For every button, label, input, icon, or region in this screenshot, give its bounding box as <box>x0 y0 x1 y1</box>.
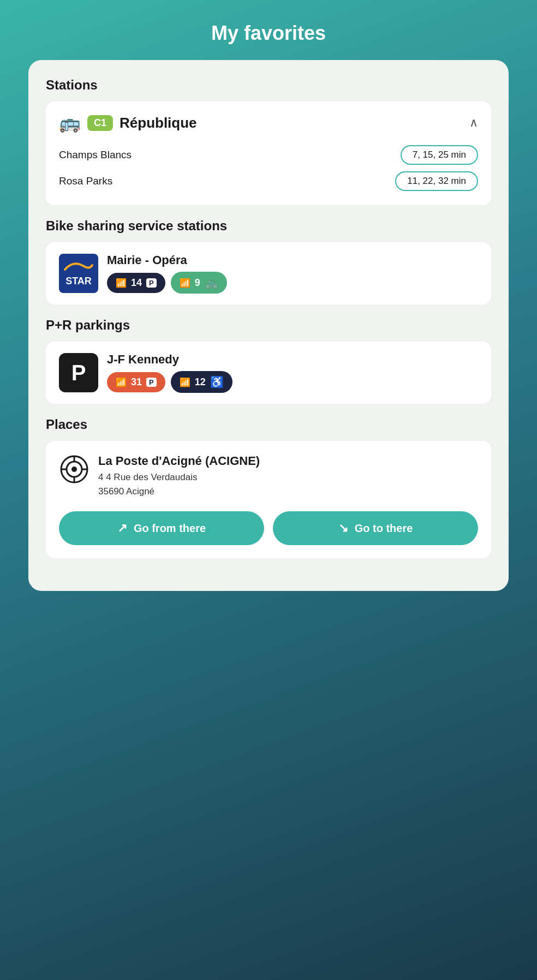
arrow-down-right-icon: ↘ <box>338 521 348 535</box>
wheelchair-icon: ♿ <box>210 375 224 389</box>
go-from-label: Go from there <box>134 522 206 535</box>
bike-info: Mairie - Opéra 📶 14 P 📶 9 🚲 <box>107 253 227 294</box>
parking-availability: 📶 31 P 📶 12 ♿ <box>107 371 232 393</box>
signal-parking-icon: 📶 <box>116 278 127 288</box>
place-card: La Poste d'Acigné (ACIGNE) 4 4 Rue des V… <box>46 441 491 558</box>
station-card: 🚌 C1 République ∧ Champs Blancs 7, 15, 2… <box>46 101 491 205</box>
parking-row: P J-F Kennedy 📶 31 P 📶 12 ♿ <box>59 352 478 393</box>
parking-count: 14 <box>131 277 142 289</box>
parking-p-small: P <box>146 378 157 387</box>
signal-disabled-icon: 📶 <box>180 377 190 387</box>
parking-p-icon: P <box>146 278 157 288</box>
station-header: 🚌 C1 République ∧ <box>59 112 478 133</box>
departure-destination-2: Rosa Parks <box>59 175 112 187</box>
go-to-button[interactable]: ↘ Go to there <box>273 511 478 545</box>
bike-header: STAR Mairie - Opéra 📶 14 P 📶 9 <box>59 253 478 294</box>
places-section: Places La Poste d'Acigné (ACIGNE) <box>46 417 491 558</box>
signal-available-icon: 📶 <box>116 377 127 387</box>
parking-icon-box: P <box>59 353 98 392</box>
place-header: La Poste d'Acigné (ACIGNE) 4 4 Rue des V… <box>59 454 478 498</box>
bike-title: Bike sharing service stations <box>46 218 491 234</box>
available-spaces-badge: 📶 31 P <box>107 372 165 392</box>
bike-badge: 📶 9 🚲 <box>171 272 227 294</box>
parking-card: P J-F Kennedy 📶 31 P 📶 12 ♿ <box>46 342 491 404</box>
departure-destination-1: Champs Blancs <box>59 149 132 161</box>
bike-count: 9 <box>195 277 200 289</box>
parking-title: P+R parkings <box>46 318 491 333</box>
svg-text:STAR: STAR <box>65 276 92 286</box>
star-logo: STAR <box>59 254 98 293</box>
parking-info: J-F Kennedy 📶 31 P 📶 12 ♿ <box>107 352 232 393</box>
bike-section: Bike sharing service stations STAR Mairi… <box>46 218 491 304</box>
stations-section: Stations 🚌 C1 République ∧ Champs Blancs… <box>46 77 491 205</box>
target-icon <box>59 454 90 485</box>
line-badge: C1 <box>87 115 113 131</box>
bike-card: STAR Mairie - Opéra 📶 14 P 📶 9 <box>46 242 491 304</box>
station-name: République <box>120 115 197 132</box>
place-name: La Poste d'Acigné (ACIGNE) <box>98 454 260 468</box>
go-from-button[interactable]: ↗ Go from there <box>59 511 264 545</box>
bike-station-name: Mairie - Opéra <box>107 253 227 267</box>
svg-point-4 <box>71 467 77 472</box>
available-count: 31 <box>131 377 142 388</box>
stations-title: Stations <box>46 77 491 93</box>
arrow-up-right-icon: ↗ <box>117 521 127 535</box>
action-buttons: ↗ Go from there ↘ Go to there <box>59 511 478 545</box>
parking-badge: 📶 14 P <box>107 273 165 293</box>
svg-rect-0 <box>59 254 98 292</box>
bus-icon: 🚌 <box>59 112 81 133</box>
go-to-label: Go to there <box>355 522 413 535</box>
place-info: La Poste d'Acigné (ACIGNE) 4 4 Rue des V… <box>98 454 260 498</box>
departure-time-2: 11, 22, 32 min <box>395 171 478 191</box>
bicycle-icon: 🚲 <box>205 276 218 289</box>
departure-time-1: 7, 15, 25 min <box>401 145 478 165</box>
places-title: Places <box>46 417 491 432</box>
place-address-line1: 4 4 Rue des Verdaudais <box>98 470 260 485</box>
place-address-line2: 35690 Acigné <box>98 485 260 499</box>
disabled-count: 12 <box>195 377 206 388</box>
parking-p-letter: P <box>71 361 86 385</box>
disabled-spaces-badge: 📶 12 ♿ <box>171 371 232 393</box>
page-title: My favorites <box>0 0 537 60</box>
bike-badges: 📶 14 P 📶 9 🚲 <box>107 272 227 294</box>
departure-row: Champs Blancs 7, 15, 25 min <box>59 142 478 168</box>
departure-row-2: Rosa Parks 11, 22, 32 min <box>59 168 478 194</box>
chevron-up-icon[interactable]: ∧ <box>469 116 478 130</box>
main-card: Stations 🚌 C1 République ∧ Champs Blancs… <box>28 60 509 591</box>
parking-name: J-F Kennedy <box>107 352 232 367</box>
parking-section: P+R parkings P J-F Kennedy 📶 31 P <box>46 318 491 404</box>
signal-bike-icon: 📶 <box>180 278 190 288</box>
